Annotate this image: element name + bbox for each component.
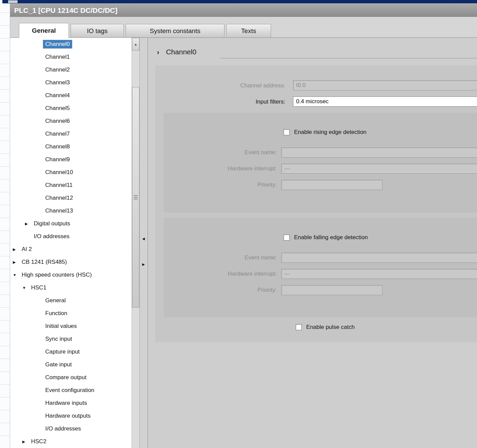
nav-item-general[interactable]: General [10,294,132,307]
tree-collapse-icon[interactable]: ▼ [13,273,20,277]
nav-item-channel0[interactable]: Channel0 [10,38,132,51]
nav-item-high-speed-counters-hsc[interactable]: ▼High speed counters (HSC) [10,269,132,281]
nav-item-hardware-outputs[interactable]: Hardware outputs [10,410,132,422]
window-top-chip [8,0,18,3]
tree-expand-icon[interactable]: ▶ [22,440,29,444]
nav-item-label: General [43,297,68,305]
rising-hardware-interrupt-row: Hardware interrupt: [164,164,477,174]
tab-io-tags[interactable]: IO tags [71,24,124,37]
nav-item-hsc1[interactable]: ▼HSC1 [10,281,132,294]
scroll-up-button[interactable]: ▲ [132,38,139,51]
scrollbar-thumb[interactable] [132,87,139,308]
nav-item-capture-input[interactable]: Capture input [10,345,132,358]
collapse-right-button[interactable]: ▶ [141,260,146,269]
nav-item-channel1[interactable]: Channel1 [10,51,132,63]
tree-expand-icon[interactable]: ▶ [13,247,20,252]
nav-item-function[interactable]: Function [10,307,132,320]
nav-item-event-configuration[interactable]: Event configuration [10,384,132,397]
falling-priority-label: Priority: [164,285,277,295]
rising-edge-checkbox[interactable] [284,129,290,135]
input-filters-label: Input filters: [155,96,285,107]
collapse-left-button[interactable]: ◀ [141,234,146,243]
falling-edge-checkbox[interactable] [284,234,290,241]
nav-scrollbar[interactable]: ▲ [132,38,140,448]
nav-item-sync-input[interactable]: Sync input [10,333,132,345]
channel-address-input [293,80,477,90]
nav-item-label: Channel0 [43,40,72,48]
tree-expand-icon[interactable]: ▶ [13,260,20,264]
falling-hardware-interrupt-label: Hardware interrupt: [164,269,277,279]
tab-general[interactable]: General [19,23,69,38]
section-header: › Channel0 [157,48,196,56]
nav-item-channel3[interactable]: Channel3 [10,76,132,89]
nav-item-compare-output[interactable]: Compare output [10,371,132,384]
nav-item-hsc2[interactable]: ▶HSC2 [10,435,132,448]
channel-address-row: Channel address: [155,80,477,91]
input-filters-dropdown[interactable] [293,96,477,107]
channel-address-label: Channel address: [155,80,285,91]
nav-item-label: Initial values [43,322,79,330]
falling-edge-checkbox-label: Enable falling edge detection [294,234,368,241]
rising-edge-checkbox-label: Enable rising edge detection [294,129,367,136]
section-expand-icon[interactable]: › [157,48,159,56]
nav-item-label: Channel11 [43,181,75,189]
nav-item-label: Channel12 [43,194,75,202]
nav-item-label: Compare output [43,373,88,382]
nav-item-channel11[interactable]: Channel11 [10,179,132,192]
properties-title: PLC_1 [CPU 1214C DC/DC/DC] [14,6,117,14]
nav-item-label: Channel13 [43,207,75,215]
tree-collapse-icon[interactable]: ▼ [22,286,29,290]
nav-item-label: Function [43,309,69,317]
nav-item-channel10[interactable]: Channel10 [10,166,132,179]
nav-item-initial-values[interactable]: Initial values [10,320,132,333]
nav-item-channel6[interactable]: Channel6 [10,115,132,128]
nav-item-label: Channel1 [43,53,72,61]
triangle-right-icon: ▶ [142,262,145,266]
nav-item-label: HSC2 [29,438,48,446]
falling-edge-group: Enable falling edge detection Event name… [164,218,477,317]
rising-priority-input [281,180,382,190]
nav-item-label: Sync input [43,335,74,343]
nav-item-label: Hardware inputs [43,399,89,407]
nav-item-channel4[interactable]: Channel4 [10,89,132,102]
nav-item-channel2[interactable]: Channel2 [10,63,132,76]
tia-portal-properties-window: PLC_1 [CPU 1214C DC/DC/DC] GeneralIO tag… [0,0,477,448]
nav-item-cb-1241-rs485[interactable]: ▶CB 1241 (RS485) [10,256,132,269]
nav-item-hardware-inputs[interactable]: Hardware inputs [10,397,132,410]
rising-edge-checkbox-row: Enable rising edge detection [284,129,367,136]
rising-event-name-input [281,147,477,158]
channel-form: Channel address: Input filters: Enable r… [155,65,477,342]
falling-event-name-label: Event name: [164,253,277,263]
pane-splitter[interactable]: ◀ ▶ [140,38,148,448]
nav-item-channel9[interactable]: Channel9 [10,153,132,166]
triangle-left-icon: ◀ [142,237,145,241]
nav-item-channel8[interactable]: Channel8 [10,140,132,153]
properties-titlebar: PLC_1 [CPU 1214C DC/DC/DC] [10,3,477,17]
tree-expand-icon[interactable]: ▶ [25,222,32,226]
pulse-catch-label: Enable pulse catch [306,324,355,331]
nav-item-label: Gate input [43,361,74,369]
tabs-row: GeneralIO tagsSystem constantsTexts [10,17,477,38]
nav-item-gate-input[interactable]: Gate input [10,358,132,371]
nav-item-i-o-addresses[interactable]: I/O addresses [10,422,132,435]
tab-texts[interactable]: Texts [226,24,271,37]
section-title: Channel0 [166,48,196,56]
nav-item-ai-2[interactable]: ▶AI 2 [10,243,132,256]
nav-item-label: CB 1241 (RS485) [20,258,69,266]
rising-hardware-interrupt-label: Hardware interrupt: [164,164,277,174]
tab-system-constants[interactable]: System constants [126,24,224,37]
nav-item-label: HSC1 [29,284,48,292]
falling-hardware-interrupt-row: Hardware interrupt: [164,269,477,279]
nav-item-label: Channel5 [43,104,72,112]
nav-item-channel7[interactable]: Channel7 [10,128,132,140]
nav-item-i-o-addresses[interactable]: I/O addresses [10,230,132,243]
nav-item-digital-outputs[interactable]: ▶Digital outputs [10,217,132,230]
pulse-catch-checkbox[interactable] [296,324,302,330]
nav-item-channel12[interactable]: Channel12 [10,192,132,204]
nav-item-channel5[interactable]: Channel5 [10,102,132,115]
scrollbar-grip-icon [134,195,138,200]
nav-item-label: Channel4 [43,91,72,100]
nav-item-label: Digital outputs [32,220,72,228]
nav-item-label: Event configuration [43,386,97,394]
nav-item-channel13[interactable]: Channel13 [10,204,132,217]
